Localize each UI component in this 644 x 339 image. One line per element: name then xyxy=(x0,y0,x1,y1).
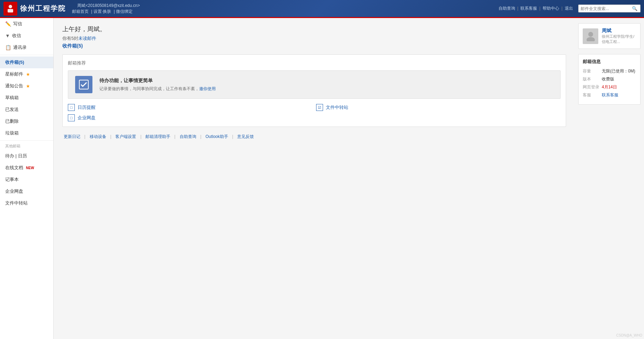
svg-point-3 xyxy=(588,32,593,37)
search-input[interactable] xyxy=(581,6,632,11)
svg-point-4 xyxy=(587,37,595,41)
notice-star-icon: ★ xyxy=(26,84,30,89)
footer-cleanup[interactable]: 邮箱清理助手 xyxy=(145,134,170,139)
right-panel: 周斌 徐州工程学院/学生/信电工程... 邮箱信息 容量 无限(已使用：0M) … xyxy=(575,18,644,339)
file-transfer-icon: ☑ xyxy=(316,104,323,111)
sidebar-todo[interactable]: 待办 | 日历 xyxy=(0,150,53,162)
last-login-value: 4月14日 xyxy=(602,84,617,90)
feature-file-transfer[interactable]: ☑ 文件中转站 xyxy=(316,104,561,111)
footer-mobile-device[interactable]: 移动设备 xyxy=(90,134,106,139)
info-row-capacity: 容量 无限(已使用：0M) xyxy=(583,68,636,74)
info-row-login: 网页登录 4月14日 xyxy=(583,84,636,90)
sidebar-receive[interactable]: ▼ 收信 xyxy=(0,30,53,42)
promo-banner: 待办功能，让事情更简单 记录要做的事情，与同事协同完成，让工作有条不紊，邀你使用 xyxy=(68,70,561,99)
sidebar-contacts[interactable]: 📋 通讯录 xyxy=(0,42,53,53)
contact-link[interactable]: 联系客服 xyxy=(520,6,537,11)
avatar xyxy=(583,28,598,44)
watermark: CSDN@A_WHO xyxy=(616,333,642,337)
capacity-value: 无限(已使用：0M) xyxy=(602,68,635,74)
footer-update-diary[interactable]: 更新日记 xyxy=(64,134,80,139)
service-value: 联系客服 xyxy=(602,92,618,98)
calendar-icon: □ xyxy=(68,104,75,111)
user-card-name: 周斌 xyxy=(602,28,636,34)
promo-desc: 记录要做的事情，与同事协同完成，让工作有条不紊，邀你使用 xyxy=(99,86,216,92)
header-left: 徐州工程学院 周斌<20180508149@xzit.edu.cn> 邮箱首页 … xyxy=(3,2,140,16)
footer-links: 更新日记 ｜ 移动设备 ｜ 客户端设置 ｜ 邮箱清理助手 ｜ 自助查询 ｜ Ou… xyxy=(62,134,566,140)
promo-title: 待办功能，让事情更简单 xyxy=(99,78,216,84)
footer-outlook[interactable]: Outlook助手 xyxy=(205,134,228,139)
service-label: 客服 xyxy=(583,92,602,98)
footer-feedback[interactable]: 意见反馈 xyxy=(237,134,254,139)
promo-icon xyxy=(75,76,92,93)
compose-icon: ✏️ xyxy=(5,21,11,27)
user-card-dept: 徐州工程学院/学生/信电工程... xyxy=(602,34,636,44)
sidebar-sent[interactable]: 已发送 xyxy=(0,104,53,115)
school-name: 徐州工程学院 xyxy=(20,4,66,13)
info-row-version: 版本 收费版 xyxy=(583,76,636,82)
user-info-header: 周斌<20180508149@xzit.edu.cn> xyxy=(77,3,140,9)
sidebar-compose[interactable]: ✏️ 写信 xyxy=(0,18,53,30)
receive-icon: ▼ xyxy=(5,33,10,38)
last-login-label: 网页登录 xyxy=(583,84,602,90)
nav-settings[interactable]: 设置·换肤 xyxy=(93,9,111,14)
svg-rect-1 xyxy=(8,9,13,12)
sidebar-docs[interactable]: 在线文档 NEW xyxy=(0,162,53,174)
content-area: 上午好，周斌。 你有5封未读邮件 收件箱(5) 邮箱推荐 待办功能，让事情更简单 xyxy=(54,18,575,339)
greeting: 上午好，周斌。 xyxy=(62,25,566,33)
svg-point-0 xyxy=(9,5,12,8)
main-layout: ✏️ 写信 ▼ 收信 📋 通讯录 收件箱(5) 星标邮件 ★ 通知公告 ★ xyxy=(0,18,644,339)
search-box[interactable]: 🔍 xyxy=(578,5,641,12)
sidebar-file-transfer[interactable]: 文件中转站 xyxy=(0,197,53,209)
feature-links: □ 日历提醒 ☑ 文件中转站 □ 企业网盘 xyxy=(68,104,561,121)
header-right: 自助查询 | 联系客服 | 帮助中心 | 退出 🔍 xyxy=(499,5,641,12)
logo-area: 徐州工程学院 xyxy=(3,2,66,16)
version-value: 收费版 xyxy=(602,76,614,82)
feature-calendar[interactable]: □ 日历提醒 xyxy=(68,104,313,111)
recommend-box: 邮箱推荐 待办功能，让事情更简单 记录要做的事情，与同事协同完成，让工作有条不紊… xyxy=(62,54,566,127)
contacts-icon: 📋 xyxy=(5,45,11,50)
sidebar-drafts[interactable]: 草稿箱 xyxy=(0,92,53,104)
sidebar-deleted[interactable]: 已删除 xyxy=(0,115,53,127)
sidebar-inbox[interactable]: 收件箱(5) xyxy=(0,56,53,68)
top-nav-links: 自助查询 | 联系客服 | 帮助中心 | 退出 xyxy=(499,6,573,11)
promo-text: 待办功能，让事情更简单 记录要做的事情，与同事协同完成，让工作有条不紊，邀你使用 xyxy=(99,78,216,92)
enterprise-disk-icon: □ xyxy=(68,114,75,121)
header: 徐州工程学院 周斌<20180508149@xzit.edu.cn> 邮箱首页 … xyxy=(0,0,644,18)
docs-new-badge: NEW xyxy=(26,166,34,170)
info-row-service: 客服 联系客服 xyxy=(583,92,636,98)
promo-link[interactable]: 邀你使用 xyxy=(199,86,216,91)
sidebar: ✏️ 写信 ▼ 收信 📋 通讯录 收件箱(5) 星标邮件 ★ 通知公告 ★ xyxy=(0,18,54,339)
footer-client-settings[interactable]: 客户端设置 xyxy=(115,134,136,139)
mailbox-info-title: 邮箱信息 xyxy=(583,59,636,65)
inbox-heading: 收件箱(5) xyxy=(62,43,566,49)
sidebar-enterprise-disk[interactable]: 企业网盘 xyxy=(0,185,53,197)
starred-star-icon: ★ xyxy=(26,72,30,77)
sidebar-notice[interactable]: 通知公告 ★ xyxy=(0,80,53,92)
unread-message: 你有5封未读邮件 xyxy=(62,35,566,42)
search-icon[interactable]: 🔍 xyxy=(632,6,637,11)
service-link[interactable]: 联系客服 xyxy=(602,93,618,97)
sidebar-trash[interactable]: 垃圾箱 xyxy=(0,127,53,139)
feature-enterprise-disk[interactable]: □ 企业网盘 xyxy=(68,114,313,121)
help-link[interactable]: 帮助中心 xyxy=(543,6,559,11)
logout-link[interactable]: 退出 xyxy=(565,6,573,11)
footer-self-help[interactable]: 自助查询 xyxy=(180,134,196,139)
mailbox-info: 邮箱信息 容量 无限(已使用：0M) 版本 收费版 网页登录 4月14日 客服 … xyxy=(578,54,641,105)
user-card-info: 周斌 徐州工程学院/学生/信电工程... xyxy=(602,28,636,44)
capacity-label: 容量 xyxy=(583,68,602,74)
version-label: 版本 xyxy=(583,76,602,82)
nav-wechat[interactable]: 微信绑定 xyxy=(116,9,133,14)
sidebar-divider-1 xyxy=(0,55,53,55)
unread-link[interactable]: 未读邮件 xyxy=(78,36,96,41)
sidebar-starred[interactable]: 星标邮件 ★ xyxy=(0,68,53,80)
recommend-title: 邮箱推荐 xyxy=(68,60,561,66)
user-card: 周斌 徐州工程学院/学生/信电工程... xyxy=(578,23,641,49)
sidebar-notes[interactable]: 记事本 xyxy=(0,174,53,185)
nav-home[interactable]: 邮箱首页 xyxy=(72,9,89,14)
logo-icon xyxy=(3,2,17,16)
other-mailbox-section: 其他邮箱 xyxy=(0,140,53,150)
self-help-link[interactable]: 自助查询 xyxy=(499,6,515,11)
nav-links-header[interactable]: 邮箱首页 | 设置·换肤 | 微信绑定 xyxy=(72,9,140,15)
